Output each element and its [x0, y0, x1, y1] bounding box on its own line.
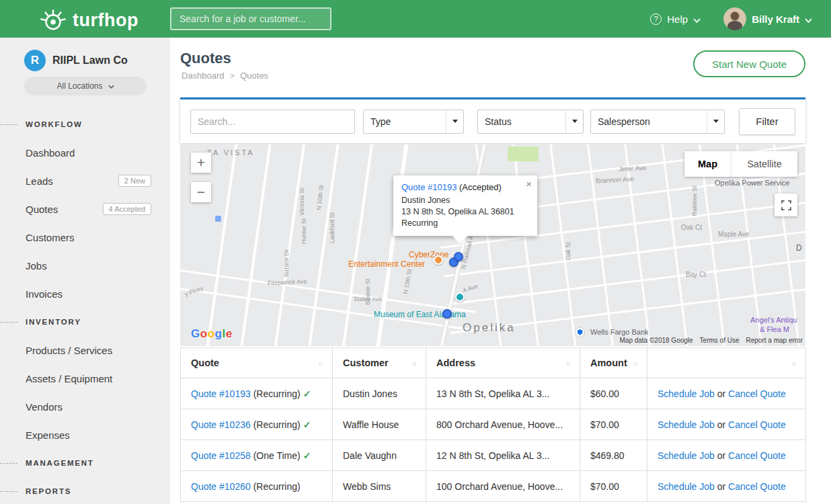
sort-icon[interactable]: ↑↓ [318, 360, 322, 367]
sidebar-item-invoices[interactable]: Invoices [0, 280, 170, 308]
help-menu[interactable]: ? Help [650, 13, 701, 25]
breadcrumb-dashboard[interactable]: Dashboard [182, 71, 225, 81]
quotes-search-input[interactable] [190, 110, 355, 134]
salesperson-select[interactable]: Salesperson [590, 110, 725, 134]
map-label: Angel's Antiqu [750, 316, 797, 324]
table-row: Quote #10236 (Recurring)✓ Waffle House 8… [181, 409, 806, 440]
page-title: Quotes [180, 50, 231, 67]
sidebar-item-products-services[interactable]: Products / Services [0, 336, 170, 364]
zoom-in-button[interactable]: + [191, 153, 211, 173]
google-logo[interactable]: Google [191, 327, 233, 341]
map-type-map-button[interactable]: Map [684, 151, 731, 177]
schedule-job-link[interactable]: Schedule Job [658, 450, 715, 461]
sidebar-item-quotes[interactable]: Quotes4 Accepted [0, 195, 170, 223]
sidebar-section-reports: REPORTS [0, 477, 170, 504]
map-label: Maple Ave [718, 230, 750, 238]
map-type-satellite-button[interactable]: Satellite [731, 151, 797, 177]
accepted-check-icon: ✓ [303, 419, 311, 430]
address-cell: 100 Orchard Avenue, Hoove... [426, 471, 580, 502]
map-label: D [796, 243, 802, 253]
infowindow-title: Quote #10193 (Accepted) [401, 182, 528, 192]
quote-marker[interactable] [442, 309, 452, 319]
help-label: Help [667, 13, 688, 25]
cancel-quote-link[interactable]: Cancel Quote [728, 450, 786, 461]
schedule-job-link[interactable]: Schedule Job [658, 388, 715, 399]
customer-cell: Waffle House [333, 409, 426, 440]
select-arrow-icon [446, 110, 463, 133]
cancel-quote-link[interactable]: Cancel Quote [728, 419, 786, 430]
infowindow-customer: Dustin Jones [401, 195, 528, 206]
map-label: Raintree St [691, 181, 698, 221]
sort-icon[interactable]: ↑↓ [633, 360, 637, 367]
sort-icon[interactable]: ↑↓ [565, 360, 569, 367]
turfhop-logo-icon [39, 5, 67, 35]
amount-cell: $70.00 [580, 409, 647, 440]
header-right: ? Help Billy Kraft [650, 0, 812, 38]
help-icon: ? [650, 13, 662, 25]
start-new-quote-button[interactable]: Start New Quote [693, 50, 805, 77]
map-label: & Flea M [760, 325, 789, 333]
address-cell: 12 N 8th St, Opelika AL 3... [426, 440, 580, 471]
quote-link[interactable]: Quote #10260 [191, 481, 251, 492]
quote-link[interactable]: Quote #10258 [191, 450, 251, 461]
map-label: Bay Ct [686, 271, 706, 278]
report-map-error-link[interactable]: Report a map error [746, 337, 803, 344]
schedule-job-link[interactable]: Schedule Job [658, 481, 715, 492]
map-data-text: Map data ©2018 Google [619, 337, 692, 344]
sidebar-item-vendors[interactable]: Vendors [0, 392, 170, 421]
user-name: Billy Kraft [752, 13, 799, 25]
col-actions: ↑↓ [647, 348, 806, 378]
cancel-quote-link[interactable]: Cancel Quote [728, 388, 786, 399]
address-cell: 800 Orchard Avenue, Hoove... [426, 409, 580, 440]
status-select[interactable]: Status [477, 110, 584, 134]
sort-icon[interactable]: ↑↓ [411, 360, 416, 367]
map-label: Victoria St [299, 181, 305, 222]
avatar [723, 7, 746, 30]
schedule-job-link[interactable]: Schedule Job [658, 419, 715, 430]
select-arrow-icon [565, 110, 583, 133]
map-label: Terrace Dr [283, 243, 290, 284]
cyberzone-poi-icon[interactable] [434, 255, 443, 265]
main-content: Quotes Dashboard > Quotes Start New Quot… [170, 38, 831, 504]
close-icon[interactable]: × [526, 178, 532, 190]
sidebar-item-dashboard[interactable]: Dashboard [0, 138, 170, 167]
fullscreen-button[interactable] [775, 194, 797, 216]
terms-of-use-link[interactable]: Terms of Use [700, 337, 740, 344]
quote-type: (Recurring) [253, 419, 301, 430]
sidebar-item-customers[interactable]: Customers [0, 223, 170, 251]
location-selector[interactable]: All Locations [24, 77, 147, 95]
cancel-quote-link[interactable]: Cancel Quote [728, 481, 786, 492]
brand-name: turfhop [73, 10, 138, 31]
wells-fargo-poi-icon[interactable] [575, 327, 585, 337]
sort-icon[interactable]: ↑↓ [791, 360, 795, 368]
filter-button[interactable]: Filter [739, 108, 795, 135]
quote-link[interactable]: Quote #10236 [191, 419, 251, 430]
sidebar-item-assets-equipment[interactable]: Assets / Equipment [0, 364, 170, 392]
address-cell: 13 N 8th St, Opelika AL 3... [426, 378, 580, 409]
map-attribution: Map data ©2018 Google Terms of Use Repor… [619, 337, 803, 344]
poi-icon [215, 216, 221, 222]
quote-marker[interactable] [454, 252, 463, 261]
museum-poi-icon[interactable] [455, 292, 465, 302]
type-select[interactable]: Type [363, 110, 464, 134]
quotes-table: Quote↑↓ Customer↑↓ Address↑↓ Amount↑↓ ↑↓… [180, 347, 806, 502]
infowindow-quote-link[interactable]: Quote #10193 [401, 182, 457, 192]
table-row: Quote #10193 (Recurring)✓ Dustin Jones 1… [181, 378, 806, 409]
quote-link[interactable]: Quote #10193 [191, 388, 251, 399]
sidebar-item-leads[interactable]: Leads2 New [0, 167, 170, 195]
user-menu[interactable]: Billy Kraft [723, 7, 812, 30]
quotes-map[interactable]: TA VISTA Jeter Ave Brannon Ave Opelika P… [180, 144, 805, 346]
global-search-input[interactable] [170, 7, 331, 30]
map-label: TA VISTA [207, 149, 255, 157]
sidebar-item-expenses[interactable]: Expenses [0, 421, 170, 449]
quote-type: (Recurring) [253, 481, 301, 492]
sidebar-item-jobs[interactable]: Jobs [0, 251, 170, 280]
amount-cell: $469.80 [580, 440, 647, 471]
brand[interactable]: turfhop [39, 5, 138, 35]
company-logo: R [24, 50, 46, 71]
leads-badge: 2 New [118, 175, 151, 187]
map-type-control: Map Satellite [684, 151, 797, 177]
table-row: Quote #10258 (One Time)✓ Dale Vaughn 12 … [181, 440, 806, 471]
accepted-check-icon: ✓ [303, 450, 311, 461]
zoom-out-button[interactable]: − [191, 182, 211, 202]
